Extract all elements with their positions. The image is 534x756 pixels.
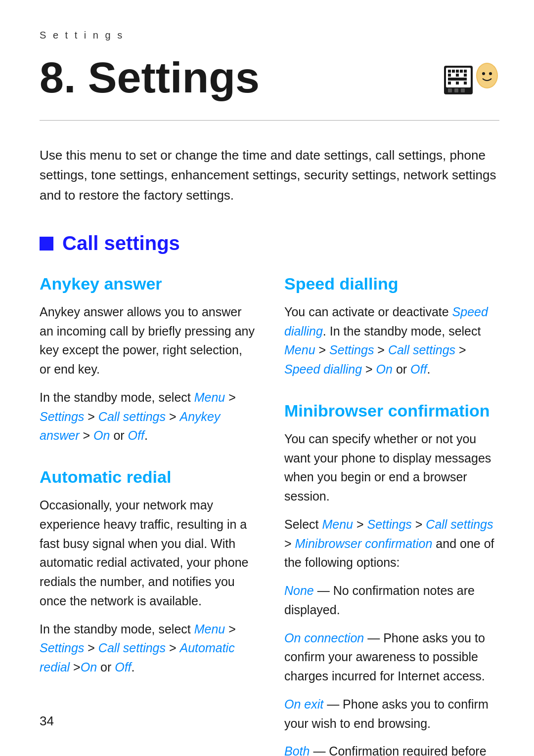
svg-rect-16: [454, 88, 458, 92]
minibrowser-menu-link: Menu: [322, 517, 353, 531]
minibrowser-sep2: >: [412, 517, 426, 531]
speed-sep3: >: [455, 343, 466, 357]
section-square-icon: [40, 237, 53, 251]
anykey-callsettings-link: Call settings: [98, 410, 166, 423]
left-column: Anykey answer Anykey answer allows you t…: [40, 274, 255, 756]
minibrowser-callsettings-link: Call settings: [426, 517, 493, 531]
option-onconnection-link: On connection: [284, 631, 364, 645]
svg-rect-4: [452, 70, 455, 73]
svg-point-21: [489, 72, 492, 75]
redial-settings-link: Settings: [40, 641, 84, 655]
two-column-layout: Anykey answer Anykey answer allows you t…: [40, 274, 499, 756]
phone-settings-icon: [440, 61, 499, 100]
svg-rect-12: [448, 82, 451, 84]
automatic-redial-body: Occasionally, your network may experienc…: [40, 496, 255, 611]
minibrowser-option-onconnection: On connection — Phone asks you to confir…: [284, 629, 499, 686]
svg-rect-9: [456, 74, 459, 77]
right-column: Speed dialling You can activate or deact…: [284, 274, 499, 756]
speed-sep2: >: [374, 343, 388, 357]
automatic-redial-block: Automatic redial Occasionally, your netw…: [40, 467, 255, 677]
minibrowser-option-none: None — No confirmation notes are display…: [284, 581, 499, 620]
option-onexit-dash: —: [323, 697, 343, 711]
redial-or: or: [97, 660, 115, 674]
redial-sep2: >: [84, 641, 98, 655]
minibrowser-option-onexit: On exit — Phone asks you to confirm your…: [284, 695, 499, 733]
redial-on-link: On: [81, 660, 97, 674]
anykey-instruction-prefix: In the standby mode, select: [40, 390, 194, 404]
speed-or: or: [393, 362, 410, 376]
speed-on-link: On: [376, 362, 393, 376]
header-divider: [40, 120, 499, 121]
call-settings-header: Call settings: [40, 232, 499, 254]
speed-dialling-body: You can activate or deactivate Speed dia…: [284, 302, 499, 379]
svg-rect-15: [448, 88, 452, 92]
anykey-answer-block: Anykey answer Anykey answer allows you t…: [40, 274, 255, 445]
redial-off-link: Off: [115, 660, 131, 674]
anykey-end: .: [144, 428, 148, 442]
speed-body-prefix: You can activate or deactivate: [284, 305, 452, 319]
svg-rect-8: [448, 74, 451, 77]
speed-dialling-link: Speed dialling: [284, 362, 362, 376]
call-settings-title: Call settings: [62, 232, 180, 254]
svg-rect-7: [464, 70, 467, 73]
anykey-sep3: >: [166, 410, 180, 423]
speed-body-mid: . In the standby mode, select: [323, 324, 481, 338]
minibrowser-block: Minibrowser confirmation You can specify…: [284, 401, 499, 756]
speed-menu-link: Menu: [284, 343, 315, 357]
automatic-redial-instruction: In the standby mode, select Menu > Setti…: [40, 620, 255, 677]
page-container: S e t t i n g s 8. Settings: [0, 0, 534, 756]
automatic-redial-title: Automatic redial: [40, 467, 255, 487]
anykey-sep1: >: [225, 390, 236, 404]
svg-rect-13: [456, 82, 459, 84]
anykey-sep4: >: [80, 428, 94, 442]
svg-rect-6: [460, 70, 463, 73]
svg-point-19: [477, 64, 497, 87]
anykey-off-link: Off: [128, 428, 144, 442]
intro-text: Use this menu to set or change the time …: [40, 145, 499, 205]
anykey-answer-body: Anykey answer allows you to answer an in…: [40, 302, 255, 379]
minibrowser-confirm-link: Minibrowser confirmation: [295, 537, 433, 550]
redial-sep4: >: [70, 660, 81, 674]
option-none-link: None: [284, 584, 314, 597]
speed-dialling-title: Speed dialling: [284, 274, 499, 294]
svg-rect-3: [448, 70, 451, 73]
svg-rect-11: [448, 78, 467, 81]
svg-rect-14: [464, 82, 467, 84]
minibrowser-option-both: Both — Confirmation required before conn…: [284, 742, 499, 756]
svg-rect-17: [461, 88, 465, 92]
minibrowser-body: You can specify whether or not you want …: [284, 429, 499, 506]
minibrowser-settings-link: Settings: [367, 517, 411, 531]
speed-dialling-block: Speed dialling You can activate or deact…: [284, 274, 499, 379]
option-both-dash: —: [310, 744, 329, 756]
anykey-settings-link: Settings: [40, 410, 84, 423]
anykey-or: or: [110, 428, 128, 442]
speed-callsettings-link: Call settings: [388, 343, 455, 357]
redial-instruction-prefix: In the standby mode, select: [40, 622, 194, 636]
minibrowser-select: Select Menu > Settings > Call settings >…: [284, 515, 499, 572]
minibrowser-title: Minibrowser confirmation: [284, 401, 499, 420]
redial-sep3: >: [166, 641, 180, 655]
anykey-sep2: >: [84, 410, 98, 423]
speed-settings-link: Settings: [329, 343, 374, 357]
page-title: 8. Settings: [40, 56, 260, 99]
breadcrumb: S e t t i n g s: [40, 30, 499, 41]
anykey-answer-instruction: In the standby mode, select Menu > Setti…: [40, 388, 255, 445]
speed-sep1: >: [315, 343, 330, 357]
anykey-answer-title: Anykey answer: [40, 274, 255, 294]
speed-end: .: [427, 362, 430, 376]
redial-end: .: [132, 660, 135, 674]
redial-menu-link: Menu: [194, 622, 225, 636]
minibrowser-sep1: >: [353, 517, 367, 531]
option-both-link: Both: [284, 744, 310, 756]
minibrowser-sep3: >: [284, 537, 295, 550]
speed-sep4: >: [362, 362, 376, 376]
option-none-dash: —: [314, 584, 333, 597]
svg-rect-5: [456, 70, 459, 73]
speed-off-link: Off: [410, 362, 427, 376]
svg-rect-10: [464, 74, 467, 77]
option-onexit-link: On exit: [284, 697, 323, 711]
anykey-on-link: On: [93, 428, 110, 442]
redial-callsettings-link: Call settings: [98, 641, 166, 655]
page-header: 8. Settings: [40, 56, 499, 100]
redial-sep1: >: [225, 622, 236, 636]
